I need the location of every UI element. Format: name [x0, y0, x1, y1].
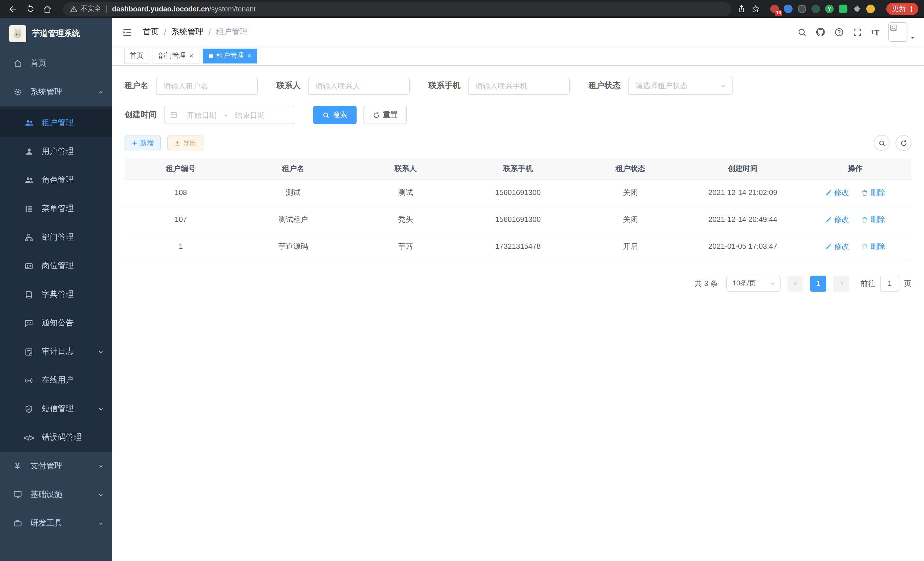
breadcrumb-system[interactable]: 系统管理 — [171, 27, 203, 37]
security-chip[interactable]: 不安全 — [70, 4, 101, 14]
sidebar-item-tenant-management[interactable]: 租户管理 — [0, 109, 112, 137]
status-select[interactable]: 请选择租户状态 — [628, 77, 733, 95]
sidebar-item-dict-management[interactable]: 字典管理 — [0, 280, 112, 309]
contact-input[interactable] — [308, 77, 410, 95]
cell-actions: 修改 删除 — [799, 233, 911, 260]
sidebar-item-online-users[interactable]: 在线用户 — [0, 366, 112, 395]
browser-update-button[interactable]: 更新 ⋮ — [886, 3, 918, 15]
sidebar-item-label: 基础设施 — [30, 490, 62, 500]
sidebar-item-label: 审计日志 — [42, 347, 74, 357]
phone-input[interactable] — [468, 77, 570, 95]
prev-page-button[interactable] — [788, 275, 803, 291]
add-button-label: 新增 — [140, 138, 154, 148]
delete-button[interactable]: 删除 — [861, 241, 885, 251]
sidebar-item-role-management[interactable]: 角色管理 — [0, 166, 112, 194]
sidebar-item-label: 租户管理 — [42, 118, 74, 128]
delete-button[interactable]: 删除 — [861, 214, 885, 224]
browser-back-button[interactable] — [6, 2, 21, 16]
sidebar-collapse-button[interactable] — [121, 26, 133, 38]
cell-contact: 芋艿 — [350, 233, 462, 260]
export-button[interactable]: 导出 — [167, 135, 203, 150]
table-row: 108 测试 测试 15601691300 关闭 2021-12-14 21:0… — [124, 179, 911, 206]
browser-reload-button[interactable] — [23, 2, 38, 16]
header-search-button[interactable] — [797, 27, 807, 37]
status-label: 租户状态 — [589, 81, 621, 91]
tab-tenant-management[interactable]: 租户管理 × — [202, 48, 257, 63]
cell-tenant-id: 107 — [124, 206, 237, 233]
chevron-up-icon — [98, 89, 104, 95]
url-domain: dashboard.yudao.iocoder.cn — [112, 5, 209, 13]
user-avatar-menu[interactable] — [888, 22, 915, 42]
cell-phone: 15601691300 — [462, 179, 574, 206]
extension-strip: 10 Y — [770, 5, 875, 13]
sidebar-item-dept-management[interactable]: 部门管理 — [0, 223, 112, 252]
add-button[interactable]: 新增 — [124, 135, 160, 150]
help-button[interactable] — [834, 27, 844, 37]
tenant-table: 租户编号 租户名 联系人 联系手机 租户状态 创建时间 操作 108 测试 — [124, 158, 911, 260]
sidebar-item-user-management[interactable]: 用户管理 — [0, 137, 112, 166]
sidebar-item-menu-management[interactable]: 菜单管理 — [0, 194, 112, 223]
sidebar-item-label: 在线用户 — [42, 375, 74, 385]
address-bar[interactable]: 不安全 dashboard.yudao.iocoder.cn/system/te… — [63, 2, 731, 16]
extension-icon-5[interactable]: Y — [825, 5, 834, 13]
extension-icon-8[interactable] — [866, 5, 875, 13]
goto-page-input[interactable] — [880, 275, 899, 291]
sidebar-item-notice[interactable]: 通知公告 — [0, 309, 112, 337]
reset-button[interactable]: 重置 — [363, 106, 407, 124]
sidebar-item-label: 角色管理 — [42, 175, 74, 185]
url-path: /system/tenant — [209, 5, 256, 13]
edit-button[interactable]: 修改 — [825, 241, 849, 251]
sidebar-item-infrastructure[interactable]: 基础设施 — [0, 480, 112, 509]
sidebar-logo[interactable]: 芋道管理系统 — [0, 18, 112, 49]
sidebar-item-system-management[interactable]: 系统管理 — [0, 78, 112, 106]
toggle-search-button[interactable] — [874, 135, 890, 151]
search-button[interactable]: 搜索 — [313, 106, 357, 124]
extension-icon-3[interactable] — [798, 5, 806, 13]
update-label: 更新 — [892, 4, 906, 14]
table-row: 107 测试租户 秃头 15601691300 关闭 2021-12-14 20… — [124, 206, 911, 233]
edit-button[interactable]: 修改 — [825, 214, 849, 224]
yen-icon: ¥ — [13, 461, 22, 471]
download-icon — [174, 140, 181, 146]
tab-close-icon[interactable]: × — [247, 52, 251, 59]
cell-contact: 测试 — [350, 179, 462, 206]
page-size-select[interactable]: 10条/页 — [726, 275, 781, 291]
date-range-picker[interactable]: - — [164, 106, 294, 124]
sidebar-item-error-code-management[interactable]: </> 错误码管理 — [0, 423, 112, 452]
edit-button[interactable]: 修改 — [825, 187, 849, 198]
share-button[interactable] — [737, 5, 746, 13]
refresh-table-button[interactable] — [896, 135, 911, 151]
browser-home-button[interactable] — [40, 2, 55, 16]
fullscreen-button[interactable] — [852, 27, 862, 37]
sidebar-item-sms-management[interactable]: 短信管理 — [0, 395, 112, 423]
current-page-button[interactable]: 1 — [810, 275, 826, 291]
content-area: 首页 / 系统管理 / 租户管理 — [112, 18, 924, 561]
extension-icon-6[interactable] — [839, 5, 848, 13]
breadcrumb-separator: / — [208, 27, 211, 37]
tab-dept-management[interactable]: 部门管理 × — [153, 48, 199, 63]
extension-icon-1[interactable]: 10 — [770, 5, 779, 13]
bookmark-star-button[interactable] — [752, 5, 760, 13]
sidebar-item-payment-management[interactable]: ¥ 支付管理 — [0, 452, 112, 480]
next-page-button[interactable] — [833, 275, 849, 291]
date-end-input[interactable] — [228, 111, 272, 119]
sidebar-item-label: 岗位管理 — [42, 261, 74, 271]
tenant-name-input[interactable] — [156, 77, 258, 95]
font-size-button[interactable]: TT — [871, 28, 879, 36]
date-start-input[interactable] — [180, 111, 224, 119]
breadcrumb-home[interactable]: 首页 — [143, 27, 159, 37]
sidebar-item-post-management[interactable]: 岗位管理 — [0, 252, 112, 280]
tab-home[interactable]: 首页 — [124, 48, 149, 63]
goto-label: 前往 — [861, 278, 875, 289]
extensions-puzzle-icon[interactable] — [853, 5, 861, 13]
sidebar-item-home[interactable]: 首页 — [0, 49, 112, 78]
sidebar-item-audit-log[interactable]: 审计日志 — [0, 337, 112, 366]
extension-icon-2[interactable] — [784, 5, 793, 13]
cell-tenant-name: 芋道源码 — [237, 233, 349, 260]
delete-button[interactable]: 删除 — [861, 187, 885, 198]
tab-close-icon[interactable]: × — [189, 52, 194, 59]
sidebar-item-dev-tools[interactable]: 研发工具 — [0, 509, 112, 538]
github-button[interactable] — [815, 27, 825, 37]
extension-icon-4[interactable] — [812, 5, 820, 13]
breadcrumb: 首页 / 系统管理 / 租户管理 — [143, 27, 248, 37]
